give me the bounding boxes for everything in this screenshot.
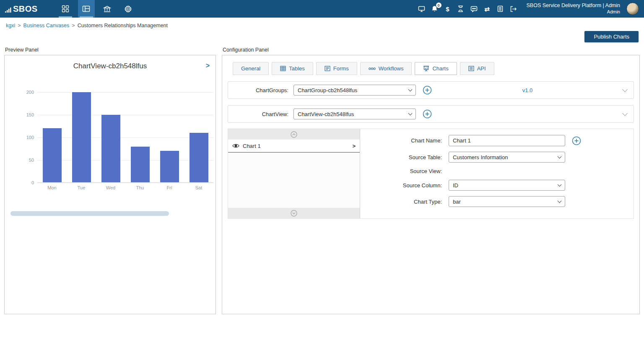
- tab-general[interactable]: General: [233, 62, 269, 75]
- chart-groups-collapse-chevron-icon[interactable]: [622, 87, 628, 92]
- tab-api[interactable]: API: [460, 62, 494, 75]
- chart-view-collapse-chevron-icon[interactable]: [622, 111, 628, 116]
- bar-fri: [160, 151, 179, 183]
- source-column-label: Source Column:: [371, 182, 449, 189]
- chart-list-empty-area: [228, 153, 360, 208]
- chart-groups-row: ChartGroups: ChartGroup-cb2h548lfus v1.0: [228, 81, 634, 99]
- preview-panel: Preview Panel ChartView-cb2h548lfus > 05…: [4, 44, 216, 314]
- select-arrow-icon: [408, 88, 413, 92]
- bar-slot: [37, 92, 67, 183]
- x-tick-label: Fri: [155, 185, 184, 190]
- bar-slot: [96, 92, 125, 183]
- top-navbar: SBOS: [0, 0, 644, 18]
- publish-charts-button[interactable]: Publish Charts: [584, 31, 639, 42]
- eye-icon: [232, 143, 239, 148]
- tab-charts-label: Charts: [432, 65, 448, 72]
- breadcrumb-item-kgxi[interactable]: kgxi: [6, 23, 15, 28]
- chart-view-row: ChartView: ChartView-cb2h548lfus: [228, 105, 634, 123]
- chart-list-item[interactable]: Chart 1 >: [228, 140, 360, 153]
- source-table-select[interactable]: Customers Information: [449, 152, 565, 163]
- chart-type-select[interactable]: bar: [449, 196, 565, 207]
- chart-zoom-slider[interactable]: [10, 211, 169, 216]
- x-tick-label: Thu: [125, 185, 155, 190]
- sbos-logo[interactable]: SBOS: [5, 5, 38, 13]
- platform-title-text: SBOS Service Delivery Platform | Admin: [527, 3, 620, 9]
- tab-forms[interactable]: Forms: [316, 62, 357, 75]
- bar-slot: [155, 92, 184, 183]
- chart-groups-select[interactable]: ChartGroup-cb2h548lfus: [293, 85, 416, 96]
- billing-dollar-icon[interactable]: $: [444, 6, 451, 12]
- chart-view-title: ChartView-cb2h548lfus: [73, 62, 147, 70]
- chart-list-scroll-up-button[interactable]: [228, 129, 360, 140]
- user-avatar[interactable]: [626, 3, 639, 15]
- table-icon: [280, 66, 286, 71]
- chart-view-selected-value: ChartView-cb2h548lfus: [298, 111, 354, 117]
- source-view-row: Source View:: [371, 168, 623, 174]
- chart-list-scroll-down-button[interactable]: [228, 208, 360, 218]
- logs-icon[interactable]: [497, 5, 504, 12]
- bar-chart-plot: 050100150200: [37, 92, 213, 183]
- y-tick-label: 200: [16, 90, 34, 95]
- x-tick-label: Wed: [96, 185, 125, 190]
- add-chart-group-button[interactable]: [423, 85, 432, 95]
- add-chart-button[interactable]: [572, 136, 581, 145]
- preview-panel-label: Preview Panel: [5, 47, 216, 53]
- transfer-icon[interactable]: ⇄: [484, 6, 491, 12]
- tab-workflows[interactable]: Workflows: [360, 62, 412, 75]
- user-role-text: Admin: [527, 9, 620, 15]
- tab-charts[interactable]: Charts: [415, 62, 457, 75]
- settings-gear-icon[interactable]: [120, 0, 137, 18]
- gridline: [37, 183, 213, 183]
- chart-list: Chart 1 >: [228, 129, 360, 218]
- bar-slot: [184, 92, 213, 183]
- bar-mon: [43, 128, 62, 183]
- form-icon: [325, 66, 330, 71]
- y-tick-label: 100: [16, 135, 34, 140]
- y-tick-label: 50: [16, 158, 34, 163]
- tab-tables[interactable]: Tables: [272, 62, 313, 75]
- logout-icon[interactable]: [510, 6, 517, 12]
- breadcrumb-separator: >: [72, 23, 75, 28]
- x-tick-label: Mon: [37, 185, 67, 190]
- chart-name-row: Chart Name:: [371, 135, 623, 146]
- apps-grid-icon[interactable]: [57, 0, 74, 18]
- chart-expand-chevron-icon[interactable]: >: [206, 62, 210, 70]
- configuration-panel-label: Configuration Panel: [223, 47, 640, 53]
- chart-type-selected-value: bar: [453, 199, 461, 205]
- x-tick-label: Tue: [67, 185, 96, 190]
- chart-view-select[interactable]: ChartView-cb2h548lfus: [293, 109, 416, 119]
- breadcrumb-item-business-canvases[interactable]: Business Canvases: [23, 23, 70, 28]
- plus-circle-icon: [423, 109, 432, 119]
- bar-tue: [72, 92, 91, 183]
- source-table-row: Source Table: Customers Information: [371, 152, 623, 163]
- organization-icon[interactable]: [99, 0, 116, 18]
- canvas-icon[interactable]: [78, 0, 95, 18]
- tab-general-label: General: [241, 65, 260, 72]
- source-view-label: Source View:: [371, 168, 449, 174]
- chart-name-input[interactable]: [449, 135, 565, 146]
- hourglass-icon[interactable]: [457, 5, 464, 12]
- messages-icon[interactable]: [470, 6, 478, 12]
- chart-icon: [423, 66, 429, 72]
- desktop-icon[interactable]: [418, 6, 425, 12]
- source-column-select[interactable]: ID: [449, 180, 565, 191]
- chart-groups-selected-value: ChartGroup-cb2h548lfus: [298, 87, 357, 93]
- add-chart-view-button[interactable]: [423, 109, 432, 119]
- source-column-row: Source Column: ID: [371, 180, 623, 191]
- bar-slot: [67, 92, 96, 183]
- bar-sat: [190, 133, 208, 183]
- tab-api-label: API: [477, 65, 486, 72]
- main-content: Preview Panel ChartView-cb2h548lfus > 05…: [0, 44, 644, 314]
- chart-editor-section: Chart 1 > Chart Name:: [228, 129, 634, 219]
- chart-bars: [37, 92, 213, 183]
- tab-tables-label: Tables: [289, 65, 305, 72]
- notifications-bell-icon[interactable]: 0: [431, 5, 438, 12]
- chart-item-chevron-icon: >: [352, 143, 356, 149]
- select-arrow-icon: [558, 183, 562, 187]
- y-tick-label: 150: [16, 112, 34, 117]
- chart-x-axis-line: [37, 182, 213, 183]
- plus-circle-icon: [423, 85, 432, 95]
- chart-x-labels: MonTueWedThuFriSat: [37, 185, 213, 190]
- source-table-label: Source Table:: [371, 154, 449, 160]
- select-arrow-icon: [408, 111, 413, 116]
